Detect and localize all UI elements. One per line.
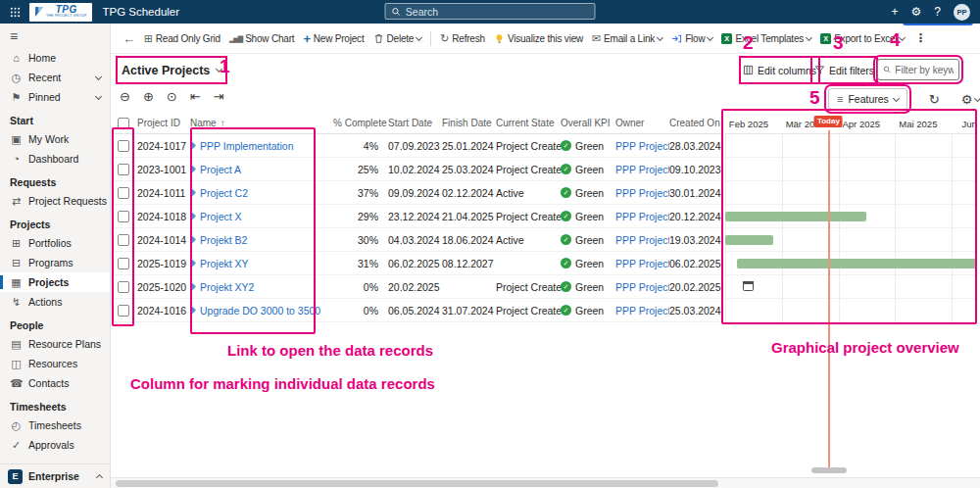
zoom-out-icon[interactable]: ⊖ bbox=[120, 90, 130, 103]
row-checkbox[interactable] bbox=[118, 140, 129, 152]
excel-templates-button[interactable]: XExcel Templates bbox=[717, 26, 815, 50]
sidebar-item-approvals[interactable]: ✓Approvals bbox=[0, 435, 110, 455]
sidebar-item-actions[interactable]: ↯Actions bbox=[0, 292, 110, 312]
edit-columns-button[interactable]: Edit columns bbox=[743, 60, 816, 80]
columns-icon bbox=[743, 65, 754, 75]
tpg-logo[interactable]: TPG THE PROJECT GROUP bbox=[29, 3, 92, 22]
sidebar-item-my-work[interactable]: ▣My Work bbox=[0, 129, 110, 149]
column-header-owner[interactable]: Owner bbox=[615, 118, 669, 128]
column-header-percent-complete[interactable]: % Complete bbox=[333, 118, 388, 128]
refresh-button[interactable]: ↻Refresh bbox=[436, 26, 489, 50]
gear-icon[interactable]: ⚙ bbox=[911, 6, 922, 18]
owner-link[interactable]: PPP Project Ma bbox=[615, 234, 669, 246]
column-header-overall-kpi[interactable]: Overall KPI bbox=[561, 118, 615, 128]
edit-filters-button[interactable]: Edit filters bbox=[814, 60, 874, 80]
flow-button[interactable]: Flow bbox=[667, 26, 716, 50]
table-row[interactable]: 2024-1016 Upgrade DO 3000 to 3500 0% 06.… bbox=[113, 299, 722, 322]
keyword-filter-box[interactable] bbox=[877, 59, 959, 80]
new-project-button[interactable]: +New Project bbox=[299, 26, 368, 50]
select-all-checkbox[interactable] bbox=[118, 118, 129, 129]
owner-link[interactable]: PPP Project Ma bbox=[615, 258, 669, 269]
column-header-current-state[interactable]: Current State bbox=[496, 118, 561, 128]
owner-link[interactable]: PPP Project Ma bbox=[615, 211, 669, 222]
column-header-created-on[interactable]: Created On bbox=[669, 118, 722, 128]
scrollbar-thumb[interactable] bbox=[116, 480, 718, 487]
table-row[interactable]: 2024-1018 Project X 29% 23.12.2024 21.04… bbox=[113, 205, 722, 228]
table-row[interactable]: 2024-1011 Project C2 37% 09.09.2024 02.1… bbox=[113, 181, 722, 205]
column-header-project-id[interactable]: Project ID bbox=[137, 118, 190, 128]
gantt-bar[interactable] bbox=[725, 235, 773, 245]
delete-button[interactable]: Delete bbox=[369, 26, 426, 50]
calendar-milestone-icon[interactable] bbox=[743, 281, 754, 291]
gantt-refresh-icon[interactable]: ↻ bbox=[929, 93, 940, 106]
sidebar-item-programs[interactable]: ⊟Programs bbox=[0, 253, 110, 272]
row-checkbox[interactable] bbox=[118, 305, 129, 317]
project-name-link[interactable]: Projekt XY bbox=[200, 258, 249, 269]
sidebar-item-contacts[interactable]: ☎Contacts bbox=[0, 373, 110, 393]
back-button[interactable]: ← bbox=[119, 26, 139, 50]
export-to-excel-button[interactable]: XExport to Excel bbox=[816, 26, 908, 50]
global-search-input[interactable] bbox=[406, 6, 589, 18]
project-name-link[interactable]: PPP Implementation bbox=[200, 140, 294, 152]
owner-link[interactable]: PPP Project Ma bbox=[615, 305, 669, 317]
table-row[interactable]: 2025-1019 Projekt XY 31% 06.02.2025 08.1… bbox=[113, 252, 722, 275]
row-checkbox[interactable] bbox=[118, 187, 129, 199]
sidebar-item-pinned[interactable]: ⚑Pinned bbox=[0, 87, 110, 107]
row-checkbox[interactable] bbox=[118, 234, 129, 246]
sidebar-item-recent[interactable]: ◷Recent bbox=[0, 68, 110, 87]
view-selector[interactable]: Active Projects bbox=[120, 60, 223, 80]
gantt-bar[interactable] bbox=[725, 212, 866, 221]
row-checkbox[interactable] bbox=[118, 211, 129, 222]
table-row[interactable]: 2024-1017 PPP Implementation 4% 07.09.20… bbox=[113, 134, 722, 158]
owner-link[interactable]: PPP Project Ma bbox=[615, 281, 669, 293]
project-name-link[interactable]: Upgrade DO 3000 to 3500 bbox=[200, 305, 320, 317]
gantt-bar[interactable] bbox=[737, 259, 977, 268]
owner-link[interactable]: PPP Project Ma bbox=[615, 164, 669, 175]
project-name-link[interactable]: Project A bbox=[200, 164, 241, 175]
project-name-link[interactable]: Project C2 bbox=[200, 187, 248, 199]
row-checkbox[interactable] bbox=[118, 258, 129, 269]
sidebar-item-resources[interactable]: ◫Resources bbox=[0, 354, 110, 373]
visualize-view-button[interactable]: Visualize this view bbox=[490, 26, 587, 50]
features-button[interactable]: ≡ Features bbox=[828, 88, 907, 110]
hamburger-menu-icon[interactable]: ≡ bbox=[0, 24, 110, 48]
project-name-link[interactable]: Projekt XY2 bbox=[200, 281, 254, 293]
jump-to-start-icon[interactable]: ⇤ bbox=[190, 90, 201, 103]
row-checkbox[interactable] bbox=[118, 281, 129, 293]
sidebar-item-home[interactable]: ⌂Home bbox=[0, 48, 110, 68]
table-row[interactable]: 2024-1014 Projekt B2 30% 04.03.2024 18.0… bbox=[113, 228, 722, 252]
sidebar-item-portfolios[interactable]: ⊞Portfolios bbox=[0, 233, 110, 253]
gantt-settings-button[interactable]: ⚙ bbox=[961, 93, 980, 106]
project-name-link[interactable]: Project X bbox=[200, 211, 242, 222]
sidebar-item-resource-plans[interactable]: ▤Resource Plans bbox=[0, 334, 110, 354]
email-link-button[interactable]: ✉Email a Link bbox=[588, 26, 666, 50]
table-row[interactable]: 2023-1001 Project A 25% 10.02.2024 25.03… bbox=[113, 158, 722, 181]
column-header-name[interactable]: Name↑ bbox=[190, 118, 333, 128]
owner-link[interactable]: PPP Project Ma bbox=[615, 140, 669, 152]
horizontal-scrollbar[interactable] bbox=[111, 477, 980, 488]
more-commands-button[interactable]: ⋮ bbox=[909, 31, 931, 45]
help-icon[interactable]: ? bbox=[934, 6, 941, 18]
environment-picker[interactable]: E Enterprise bbox=[0, 464, 110, 488]
sidebar-item-dashboard[interactable]: ◔Dashboard bbox=[0, 149, 110, 169]
app-launcher-icon[interactable] bbox=[0, 7, 29, 18]
sidebar-item-timesheets[interactable]: ◴Timesheets bbox=[0, 415, 110, 435]
sidebar-item-projects[interactable]: ▦Projects bbox=[0, 272, 110, 292]
sidebar-item-project-requests[interactable]: ⇄Project Requests bbox=[0, 191, 110, 211]
add-icon[interactable]: + bbox=[892, 6, 899, 18]
column-header-finish-date[interactable]: Finish Date bbox=[442, 118, 496, 128]
gantt-scrollbar-thumb[interactable] bbox=[811, 467, 847, 473]
jump-to-end-icon[interactable]: ⇥ bbox=[214, 90, 224, 103]
table-row[interactable]: 2025-1020 Projekt XY2 0% 20.02.2025 Proj… bbox=[113, 275, 722, 299]
zoom-fit-icon[interactable]: ⊙ bbox=[167, 90, 177, 103]
global-search[interactable] bbox=[385, 3, 596, 20]
zoom-in-icon[interactable]: ⊕ bbox=[143, 90, 154, 103]
keyword-filter-input[interactable] bbox=[895, 65, 954, 75]
avatar[interactable]: PP bbox=[954, 4, 970, 21]
project-name-link[interactable]: Projekt B2 bbox=[200, 234, 247, 246]
show-chart-button[interactable]: ▂▅▇Show Chart bbox=[225, 26, 298, 50]
read-only-grid-button[interactable]: ⊞Read Only Grid bbox=[140, 26, 224, 50]
owner-link[interactable]: PPP Project Ma bbox=[615, 187, 669, 199]
column-header-start-date[interactable]: Start Date bbox=[388, 118, 442, 128]
row-checkbox[interactable] bbox=[118, 164, 129, 175]
